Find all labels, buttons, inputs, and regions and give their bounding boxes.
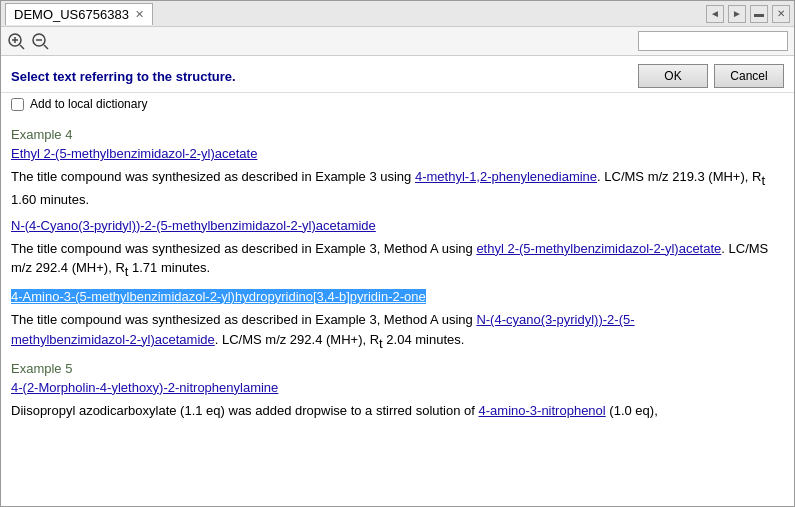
title-bar-controls: ◄ ► ▬ ✕ (706, 5, 790, 23)
dictionary-checkbox-row: Add to local dictionary (1, 93, 794, 115)
paragraph2: The title compound was synthesized as de… (11, 239, 784, 282)
compound4-link[interactable]: 4-(2-Morpholin-4-ylethoxy)-2-nitrophenyl… (11, 380, 278, 395)
add-to-dictionary-label: Add to local dictionary (30, 97, 147, 111)
zoom-in-icon (7, 32, 25, 50)
header-bar: Select text referring to the structure. … (1, 56, 794, 93)
main-window: DEMO_US6756383 ✕ ◄ ► ▬ ✕ (0, 0, 795, 507)
toolbar (1, 27, 794, 56)
minimize-button[interactable]: ▬ (750, 5, 768, 23)
content-area[interactable]: Example 4 Ethyl 2-(5-methylbenzimidazol-… (1, 115, 794, 506)
paragraph1: The title compound was synthesized as de… (11, 167, 784, 210)
example4-heading: Example 4 (11, 127, 784, 142)
para4-chem-link[interactable]: 4-amino-3-nitrophenol (479, 403, 606, 418)
title-bar: DEMO_US6756383 ✕ ◄ ► ▬ ✕ (1, 1, 794, 27)
nav-back-button[interactable]: ◄ (706, 5, 724, 23)
compound3-link-highlighted[interactable]: 4-Amino-3-(5-methylbenzimidazol-2-yl)hyd… (11, 289, 426, 304)
add-to-dictionary-checkbox[interactable] (11, 98, 24, 111)
svg-line-6 (44, 45, 48, 49)
zoom-in-button[interactable] (7, 32, 25, 50)
tab-close-icon[interactable]: ✕ (135, 8, 144, 21)
compound2-link[interactable]: N-(4-Cyano(3-pyridyl))-2-(5-methylbenzim… (11, 218, 376, 233)
header-title: Select text referring to the structure. (11, 69, 236, 84)
tab-title: DEMO_US6756383 (14, 7, 129, 22)
nav-forward-button[interactable]: ► (728, 5, 746, 23)
para2-chem-link[interactable]: ethyl 2-(5-methylbenzimidazol-2-yl)aceta… (476, 241, 721, 256)
para1-chem-link[interactable]: 4-methyl-1,2-phenylenediamine (415, 169, 597, 184)
paragraph4: Diisopropyl azodicarboxylate (1.1 eq) wa… (11, 401, 784, 421)
close-button[interactable]: ✕ (772, 5, 790, 23)
search-input[interactable] (638, 31, 788, 51)
compound1-link[interactable]: Ethyl 2-(5-methylbenzimidazol-2-yl)aceta… (11, 146, 257, 161)
svg-line-3 (20, 45, 24, 49)
paragraph3: The title compound was synthesized as de… (11, 310, 784, 353)
header-buttons: OK Cancel (638, 64, 784, 88)
zoom-out-icon (31, 32, 49, 50)
cancel-button[interactable]: Cancel (714, 64, 784, 88)
ok-button[interactable]: OK (638, 64, 708, 88)
example5-heading: Example 5 (11, 361, 784, 376)
title-tab[interactable]: DEMO_US6756383 ✕ (5, 3, 153, 25)
zoom-out-button[interactable] (31, 32, 49, 50)
